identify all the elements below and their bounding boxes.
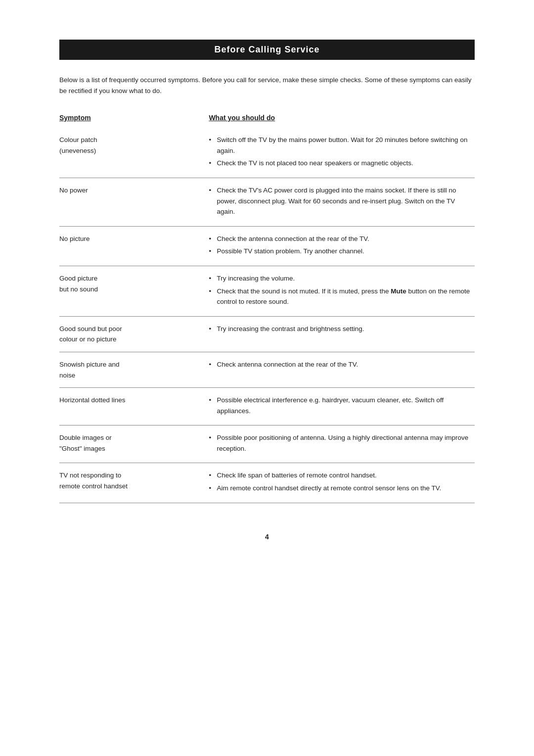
solution-cell: Possible poor positioning of antenna. Us… (209, 432, 475, 456)
symptom-column-header: Symptom (59, 114, 209, 124)
solution-item: Possible electrical interference e.g. ha… (209, 395, 475, 416)
solution-cell: Check the TV's AC power cord is plugged … (209, 185, 475, 219)
table-row: Colour patch(uneveness)Switch off the TV… (59, 128, 475, 178)
solution-item: Possible poor positioning of antenna. Us… (209, 432, 475, 454)
symptom-cell: Horizontal dotted lines (59, 395, 209, 418)
solution-cell: Possible electrical interference e.g. ha… (209, 395, 475, 418)
solution-item: Try increasing the contrast and brightne… (209, 324, 475, 334)
table-row: No powerCheck the TV's AC power cord is … (59, 178, 475, 227)
solution-item: Check that the sound is not muted. If it… (209, 286, 475, 307)
solution-item: Switch off the TV by the mains power but… (209, 135, 475, 156)
solution-item: Check the antenna connection at the rear… (209, 234, 475, 244)
table-rows: Colour patch(uneveness)Switch off the TV… (59, 128, 475, 503)
page-title-bar: Before Calling Service (59, 40, 475, 60)
solution-item: Check antenna connection at the rear of … (209, 359, 475, 370)
solution-cell: Check antenna connection at the rear of … (209, 359, 475, 380)
solution-item: Check life span of batteries of remote c… (209, 470, 475, 481)
symptom-cell: No picture (59, 234, 209, 259)
intro-text: Below is a list of frequently occurred s… (59, 75, 475, 96)
solution-cell: Try increasing the contrast and brightne… (209, 324, 475, 345)
solution-item: Aim remote control handset directly at r… (209, 483, 475, 494)
table-container: Symptom What you should do Colour patch(… (59, 114, 475, 503)
table-row: Good picturebut no soundTry increasing t… (59, 266, 475, 317)
table-row: Double images or"Ghost" imagesPossible p… (59, 425, 475, 463)
solution-item: Try increasing the volume. (209, 273, 475, 284)
solution-cell: Check life span of batteries of remote c… (209, 470, 475, 495)
symptom-cell: Double images or"Ghost" images (59, 432, 209, 456)
table-row: Snowish picture andnoiseCheck antenna co… (59, 352, 475, 388)
solution-item: Check the TV is not placed too near spea… (209, 158, 475, 169)
table-row: TV not responding toremote control hands… (59, 463, 475, 503)
symptom-cell: Snowish picture andnoise (59, 359, 209, 380)
solution-item: Possible TV station problem. Try another… (209, 246, 475, 257)
table-row: No pictureCheck the antenna connection a… (59, 227, 475, 266)
solution-column-header: What you should do (209, 114, 475, 124)
symptom-cell: No power (59, 185, 209, 219)
symptom-cell: Good sound but poorcolour or no picture (59, 324, 209, 345)
table-row: Good sound but poorcolour or no pictureT… (59, 317, 475, 352)
solution-item: Check the TV's AC power cord is plugged … (209, 185, 475, 217)
solution-cell: Switch off the TV by the mains power but… (209, 135, 475, 171)
symptom-cell: TV not responding toremote control hands… (59, 470, 209, 495)
page-number: 4 (59, 533, 475, 541)
page-title: Before Calling Service (69, 45, 465, 55)
symptom-cell: Colour patch(uneveness) (59, 135, 209, 171)
solution-cell: Check the antenna connection at the rear… (209, 234, 475, 259)
solution-cell: Try increasing the volume.Check that the… (209, 273, 475, 309)
table-row: Horizontal dotted linesPossible electric… (59, 388, 475, 425)
table-header: Symptom What you should do (59, 114, 475, 124)
symptom-cell: Good picturebut no sound (59, 273, 209, 309)
